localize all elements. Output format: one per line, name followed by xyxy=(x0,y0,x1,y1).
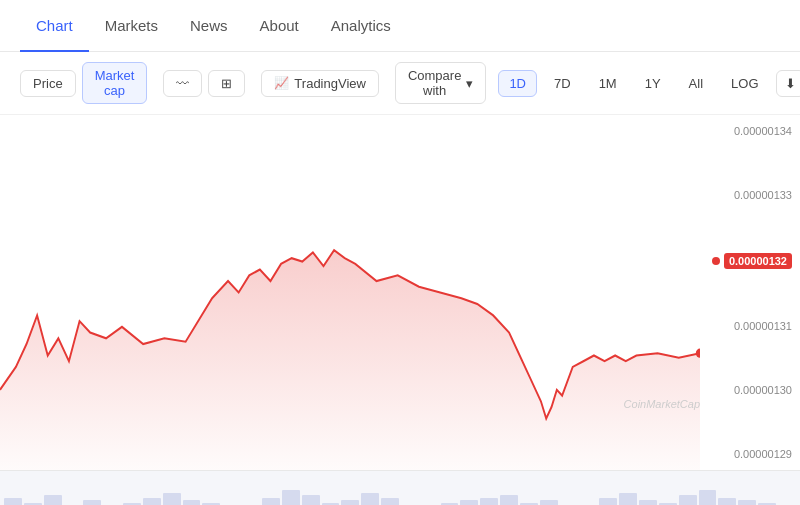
compare-label: Compare with xyxy=(408,68,461,98)
download-icon: ⬇ xyxy=(785,76,796,91)
vol-bar xyxy=(143,498,161,506)
tab-markets[interactable]: Markets xyxy=(89,0,174,52)
vol-bar xyxy=(599,498,617,506)
vol-bar xyxy=(738,500,756,505)
vol-bar xyxy=(480,498,498,506)
vol-bar xyxy=(619,493,637,506)
toolbar: Price Market cap 〰 ⊞ 📈 TradingView Compa… xyxy=(0,52,800,115)
chart-container: 0.00000134 0.00000133 0.00000132 0.00000… xyxy=(0,115,800,470)
vol-bar xyxy=(262,498,280,506)
vol-bar xyxy=(341,500,359,505)
dropdown-icon: ▾ xyxy=(466,76,473,91)
tab-chart[interactable]: Chart xyxy=(20,0,89,52)
line-icon: 〰 xyxy=(176,76,189,91)
tab-about[interactable]: About xyxy=(244,0,315,52)
time-7d-button[interactable]: 7D xyxy=(543,70,582,97)
vol-bar xyxy=(44,495,62,505)
vol-bar xyxy=(282,490,300,505)
chart-inner: 0.00000134 0.00000133 0.00000132 0.00000… xyxy=(0,115,800,470)
time-all-button[interactable]: All xyxy=(678,70,714,97)
y-label-highlight: 0.00000132 xyxy=(724,253,792,269)
y-label-5: 0.00000130 xyxy=(702,384,792,396)
y-label-1: 0.00000134 xyxy=(702,125,792,137)
time-1d-button[interactable]: 1D xyxy=(498,70,537,97)
time-1m-button[interactable]: 1M xyxy=(588,70,628,97)
vol-bar xyxy=(361,493,379,506)
line-chart-button[interactable]: 〰 xyxy=(163,70,202,97)
header-tabs: Chart Markets News About Analytics xyxy=(0,0,800,52)
vol-bar xyxy=(183,500,201,505)
vol-bar xyxy=(679,495,697,505)
volume-area xyxy=(0,470,800,505)
vol-bar xyxy=(381,498,399,506)
tradingview-label: TradingView xyxy=(294,76,366,91)
vol-bar xyxy=(699,490,717,505)
vol-bar xyxy=(540,500,558,505)
candle-icon: ⊞ xyxy=(221,76,232,91)
vol-bar xyxy=(500,495,518,505)
vol-bar xyxy=(302,495,320,505)
vol-bar xyxy=(163,493,181,506)
y-label-4: 0.00000131 xyxy=(702,320,792,332)
y-label-6: 0.00000129 xyxy=(702,448,792,460)
candle-chart-button[interactable]: ⊞ xyxy=(208,70,245,97)
time-log-button[interactable]: LOG xyxy=(720,70,769,97)
y-axis: 0.00000134 0.00000133 0.00000132 0.00000… xyxy=(702,115,792,470)
marketcap-button[interactable]: Market cap xyxy=(82,62,148,104)
vol-bar xyxy=(639,500,657,505)
compare-button[interactable]: Compare with ▾ xyxy=(395,62,486,104)
tradingview-button[interactable]: 📈 TradingView xyxy=(261,70,379,97)
tab-news[interactable]: News xyxy=(174,0,244,52)
vol-bar xyxy=(83,500,101,505)
chart-svg xyxy=(0,115,700,470)
watermark: CoinMarketCap xyxy=(624,398,700,410)
tradingview-icon: 📈 xyxy=(274,76,289,90)
download-button[interactable]: ⬇ xyxy=(776,70,800,97)
vol-bar xyxy=(4,498,22,506)
price-button[interactable]: Price xyxy=(20,70,76,97)
price-dot xyxy=(712,257,720,265)
volume-bars xyxy=(0,471,800,505)
time-1y-button[interactable]: 1Y xyxy=(634,70,672,97)
vol-bar xyxy=(718,498,736,506)
y-label-2: 0.00000133 xyxy=(702,189,792,201)
vol-bar xyxy=(460,500,478,505)
tab-analytics[interactable]: Analytics xyxy=(315,0,407,52)
